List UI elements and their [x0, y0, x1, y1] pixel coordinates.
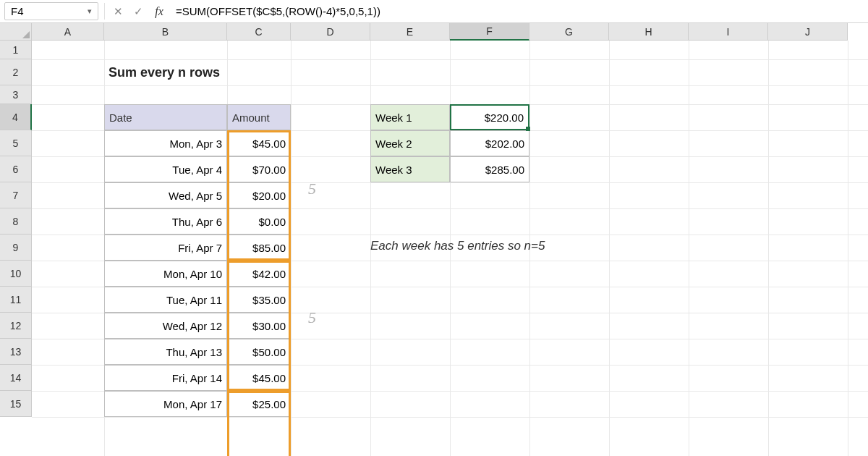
table-row[interactable]: Thu, Apr 13 [104, 339, 227, 365]
table-row[interactable]: $45.00 [227, 130, 291, 156]
summary-label-1[interactable]: Week 1 [370, 104, 450, 130]
row-header-7[interactable]: 7 [0, 182, 32, 208]
column-header-I[interactable]: I [689, 23, 768, 41]
table-row[interactable]: $50.00 [227, 339, 291, 365]
row-header-12[interactable]: 12 [0, 313, 32, 339]
summary-label-3[interactable]: Week 3 [370, 156, 450, 182]
summary-value-1-text: $220.00 [485, 111, 524, 124]
summary-value-3[interactable]: $285.00 [450, 156, 529, 182]
row-header-15[interactable]: 15 [0, 391, 32, 417]
row-header-3[interactable]: 3 [0, 85, 32, 104]
table-row[interactable]: Mon, Apr 10 [104, 261, 227, 287]
row-header-14[interactable]: 14 [0, 365, 32, 391]
row-header-4[interactable]: 4 [0, 104, 32, 130]
column-header-J[interactable]: J [768, 23, 848, 41]
table-row[interactable]: Mon, Apr 3 [104, 130, 227, 156]
column-header-D[interactable]: D [291, 23, 370, 41]
page-title: Sum every n rows [104, 59, 393, 85]
row-header-6[interactable]: 6 [0, 156, 32, 182]
table-row[interactable]: $70.00 [227, 156, 291, 182]
column-header-E[interactable]: E [370, 23, 450, 41]
table-row[interactable]: $25.00 [227, 391, 291, 417]
formula-bar: F4 ▾ ✕ ✓ fx [0, 0, 868, 23]
row-headers: 123456789101112131415 [0, 41, 32, 417]
row-header-13[interactable]: 13 [0, 339, 32, 365]
table-header-date[interactable]: Date [104, 104, 227, 130]
fill-handle[interactable] [526, 127, 530, 131]
table-row[interactable]: $20.00 [227, 182, 291, 208]
column-headers: ABCDEFGHIJ [32, 23, 848, 41]
table-row[interactable]: Thu, Apr 6 [104, 208, 227, 235]
summary-value-1[interactable]: $220.00 [450, 104, 529, 130]
row-header-5[interactable]: 5 [0, 130, 32, 156]
table-row[interactable]: $42.00 [227, 261, 291, 287]
summary-value-2[interactable]: $202.00 [450, 130, 529, 156]
table-row[interactable]: Tue, Apr 11 [104, 287, 227, 313]
table-row[interactable]: Tue, Apr 4 [104, 156, 227, 182]
enter-icon[interactable]: ✓ [128, 0, 148, 22]
fx-icon[interactable]: fx [148, 0, 170, 22]
column-header-H[interactable]: H [609, 23, 689, 41]
table-row[interactable]: $30.00 [227, 313, 291, 339]
chevron-down-icon[interactable]: ▾ [88, 7, 92, 16]
name-box-value: F4 [11, 5, 24, 17]
row-header-11[interactable]: 11 [0, 287, 32, 313]
table-row[interactable]: $0.00 [227, 208, 291, 235]
excel-window: F4 ▾ ✕ ✓ fx ABCDEFGHIJ 12345678910111213… [0, 0, 868, 456]
annotation-five-1: 5 [308, 180, 316, 198]
row-header-1[interactable]: 1 [0, 41, 32, 59]
separator [104, 3, 105, 20]
table-row[interactable]: $85.00 [227, 235, 291, 261]
column-header-A[interactable]: A [32, 23, 104, 41]
table-row[interactable]: Fri, Apr 7 [104, 235, 227, 261]
table-header-amount[interactable]: Amount [227, 104, 291, 130]
select-all-corner[interactable] [0, 23, 32, 41]
annotation-five-2: 5 [308, 308, 316, 327]
caption-text: Each week has 5 entries so n=5 [370, 239, 545, 253]
table-row[interactable]: Mon, Apr 17 [104, 391, 227, 417]
column-header-B[interactable]: B [104, 23, 227, 41]
name-box[interactable]: F4 ▾ [4, 2, 98, 20]
table-row[interactable]: $45.00 [227, 365, 291, 391]
column-header-G[interactable]: G [529, 23, 609, 41]
table-row[interactable]: Wed, Apr 12 [104, 313, 227, 339]
table-row[interactable]: Fri, Apr 14 [104, 365, 227, 391]
column-header-C[interactable]: C [227, 23, 291, 41]
row-header-9[interactable]: 9 [0, 235, 32, 261]
table-row[interactable]: $35.00 [227, 287, 291, 313]
formula-input[interactable] [170, 0, 868, 22]
table-row[interactable]: Wed, Apr 5 [104, 182, 227, 208]
row-header-2[interactable]: 2 [0, 59, 32, 85]
row-header-8[interactable]: 8 [0, 208, 32, 235]
row-header-10[interactable]: 10 [0, 261, 32, 287]
summary-label-2[interactable]: Week 2 [370, 130, 450, 156]
cancel-icon[interactable]: ✕ [108, 0, 128, 22]
spreadsheet-grid[interactable]: ABCDEFGHIJ 123456789101112131415 Sum eve… [0, 23, 868, 456]
column-header-F[interactable]: F [450, 23, 529, 41]
